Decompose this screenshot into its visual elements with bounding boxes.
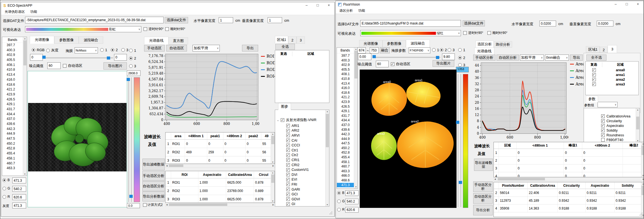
cw-checkbox-box[interactable]	[165, 27, 169, 31]
column-header[interactable]: peak1	[207, 132, 223, 139]
choose-dat-button[interactable]: 选择dat文件	[165, 17, 188, 23]
colormap-select[interactable]: 绿红	[360, 30, 461, 36]
checklist-item[interactable]: Ctr1	[275, 148, 325, 153]
colorbar-handle-max[interactable]	[456, 121, 459, 124]
column-header[interactable]: PixelsNumber	[499, 182, 528, 189]
column-header[interactable]: 区域	[499, 142, 517, 149]
checklist-item[interactable]: Aspectratio	[584, 123, 635, 128]
column-header[interactable]	[166, 132, 171, 139]
vpixel-input[interactable]	[268, 17, 282, 23]
export-image-button[interactable]: 导出图片	[433, 60, 454, 67]
fusion-from-input[interactable]	[357, 47, 366, 53]
region-radio-3[interactable]: 3	[121, 48, 128, 52]
range-low-input[interactable]	[30, 54, 43, 61]
range-slider-handle-low[interactable]	[42, 56, 46, 59]
params-tab[interactable]: 参数	[586, 96, 598, 102]
peak-table-vscroll[interactable]	[641, 142, 644, 177]
column-header[interactable]	[494, 142, 499, 149]
region-tab-1[interactable]: 区域1	[275, 36, 288, 44]
view-radio-3[interactable]: 3	[458, 63, 465, 67]
mask-param-select[interactable]: F740/F690	[409, 47, 430, 53]
tab-spectral-image[interactable]: 光谱图像	[30, 36, 54, 44]
rgb-radio[interactable]: RGB	[32, 48, 45, 52]
tab-parameter-image[interactable]: 参数图像	[54, 36, 79, 44]
titlebar[interactable]: S ECO-SpectrAPP	[1, 2, 334, 9]
region-radio-1[interactable]: 1	[432, 48, 439, 52]
auto-area-analysis-button[interactable]: 自动区分析	[497, 55, 519, 61]
tab-parameter-image[interactable]: 参数图像	[383, 40, 406, 47]
export-curve-button[interactable]: 导出	[242, 45, 258, 51]
menu-roi-analysis[interactable]: 选区分析	[337, 8, 355, 14]
noise-threshold-input[interactable]	[376, 61, 389, 67]
checkbox[interactable]	[601, 124, 605, 127]
view-radio-2[interactable]: 2	[129, 56, 136, 60]
tab-path-analysis[interactable]: 路径分析	[494, 41, 512, 48]
column-header[interactable]: 峰值2	[623, 142, 644, 149]
range-slider-handle-low[interactable]	[372, 55, 376, 58]
manual-area-analysis-button[interactable]: 手动区分析	[473, 55, 495, 61]
mask-select[interactable]: NoMass	[75, 47, 98, 53]
checkbox[interactable]	[286, 197, 290, 201]
vnir-root-item[interactable]: ⌄ 反射光谱指数-VNIR	[277, 118, 316, 122]
export-peak-button[interactable]: 导出波峰数据	[142, 159, 165, 170]
region-tab-3[interactable]: 3	[297, 36, 305, 44]
smoothing-select[interactable]: 加权平滑	[193, 45, 220, 51]
dat-file-input[interactable]	[360, 20, 461, 27]
range-high-input[interactable]	[442, 53, 455, 60]
manual-analysis-button[interactable]: 手动选区分析	[473, 181, 493, 192]
checkbox[interactable]	[601, 133, 605, 137]
ccw-checkbox-box[interactable]	[144, 27, 147, 31]
checkbox[interactable]	[286, 134, 290, 137]
checklist-item[interactable]: CalibrationArea	[584, 114, 635, 119]
dat-file-input[interactable]	[25, 17, 164, 23]
peak-table-hscroll[interactable]	[165, 164, 275, 168]
vnir-tree-scrollbar[interactable]	[325, 110, 329, 206]
auto-roi-button[interactable]: 自动选区	[166, 45, 187, 51]
checklist-item[interactable]: ARI2	[275, 128, 325, 133]
checkbox[interactable]	[286, 153, 290, 157]
view-radio-2[interactable]: 2	[458, 56, 465, 60]
column-header[interactable]: <490nm 1	[185, 132, 207, 139]
region-tab-2[interactable]: 2	[288, 36, 297, 44]
column-header[interactable]: <490nm 1	[517, 142, 564, 149]
colorbar-slider-track-1[interactable]	[128, 77, 129, 202]
checkbox[interactable]	[286, 188, 290, 191]
titlebar[interactable]: FluorVision	[336, 1, 643, 8]
checkbox[interactable]	[286, 163, 290, 167]
checklist-item[interactable]: ARVI	[275, 133, 325, 138]
resize-grip[interactable]	[640, 213, 643, 216]
channel-g-input[interactable]	[12, 186, 26, 192]
checklist-item[interactable]: CAI	[275, 138, 325, 143]
tab-band-fusion[interactable]: 波段融合	[79, 36, 103, 44]
hpixel-input[interactable]	[539, 21, 556, 26]
tab-spectral-curve[interactable]: 光谱曲线	[474, 48, 494, 55]
checklist-item[interactable]: ARI1	[275, 123, 325, 128]
table-row[interactable]: 311297345.1890.93420.93420.9342	[494, 197, 644, 205]
checklist-item[interactable]: GARI	[275, 187, 325, 192]
region-tab-2[interactable]: 2	[600, 47, 608, 53]
export-curve-button[interactable]: 导出	[570, 55, 583, 61]
checklist-item[interactable]: DVI	[275, 172, 325, 177]
view-radio-3[interactable]: 3	[129, 64, 136, 68]
column-header[interactable]: <490nm 2	[582, 142, 623, 149]
column-header[interactable]: Aspectratio	[586, 182, 615, 189]
rotate-cw-checkbox[interactable]: 顺时针90°	[487, 31, 507, 35]
auto-analysis-button[interactable]: 自动选区分析	[142, 181, 165, 191]
channel-r-radio[interactable]: R	[337, 208, 345, 211]
close-button[interactable]: ×	[323, 2, 334, 9]
resize-grip[interactable]	[329, 211, 333, 215]
fusion-width-select[interactable]: 0nm融合	[545, 55, 569, 61]
plant-photo[interactable]	[28, 103, 127, 171]
table-row[interactable]: 1ROI1000055	[166, 140, 275, 148]
column-header[interactable]: 峰值1	[564, 142, 582, 149]
checkbox[interactable]	[286, 178, 290, 181]
table-row[interactable]: 1000	[494, 149, 644, 157]
minimize-button[interactable]: –	[301, 2, 312, 9]
area-checkbox[interactable]	[592, 82, 596, 86]
checklist-item[interactable]: CustomVI1	[275, 167, 325, 172]
checklist-item[interactable]: GI	[275, 202, 325, 207]
colormap-select[interactable]: 彩虹	[25, 26, 141, 32]
auto-analysis-button[interactable]: 自动选区分析	[473, 193, 493, 204]
channel-r-input[interactable]	[345, 207, 359, 213]
checklist-item[interactable]: CCCI	[275, 143, 325, 148]
